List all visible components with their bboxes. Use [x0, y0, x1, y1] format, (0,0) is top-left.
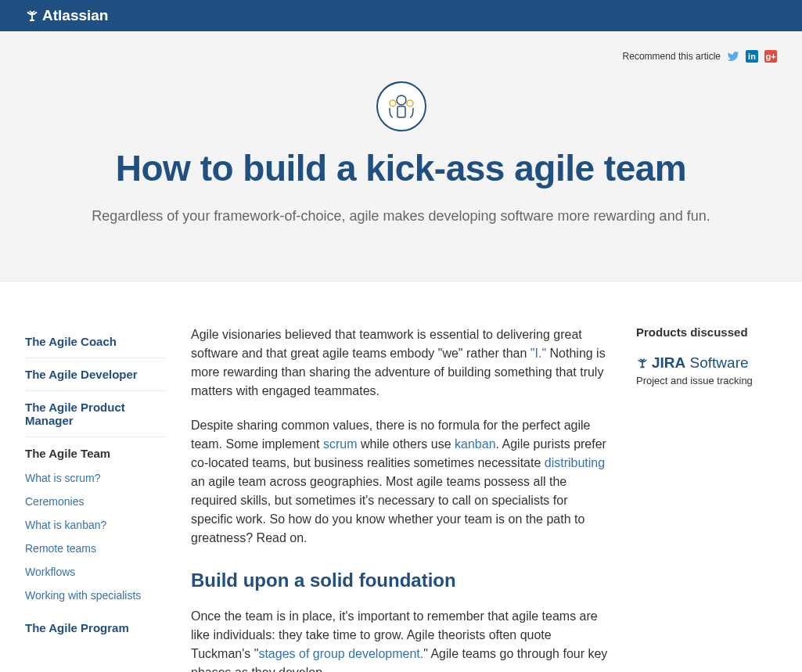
recommend-label: Recommend this article — [623, 51, 721, 62]
article-heading: Build upon a solid foundation — [191, 566, 611, 595]
sidebar-sublink-ceremonies[interactable]: Ceremonies — [25, 490, 166, 513]
sidebar-item-agile-team: The Agile Team — [25, 437, 166, 466]
googleplus-icon[interactable]: g+ — [764, 50, 777, 63]
hero-team-icon — [376, 81, 426, 131]
sidebar-item-agile-program[interactable]: The Agile Program — [25, 607, 166, 644]
right-sidebar: Products discussed JIRA Software Project… — [636, 325, 777, 672]
atlassian-logo[interactable]: Atlassian — [25, 7, 108, 24]
linkedin-icon[interactable]: in — [746, 50, 758, 63]
product-tagline: Project and issue tracking — [636, 375, 777, 386]
svg-point-0 — [397, 95, 406, 105]
sidebar-sublink-scrum[interactable]: What is scrum? — [25, 466, 166, 490]
svg-rect-1 — [397, 106, 405, 117]
link-distributing[interactable]: distributing — [545, 456, 605, 469]
main-content: The Agile Coach The Agile Developer The … — [0, 282, 802, 672]
sidebar-item-agile-coach[interactable]: The Agile Coach — [25, 325, 166, 358]
header-bar: Atlassian — [0, 0, 802, 31]
link-scrum[interactable]: scrum — [323, 437, 358, 451]
sidebar-item-agile-developer[interactable]: The Agile Developer — [25, 358, 166, 391]
svg-point-3 — [407, 100, 413, 106]
sidebar-sublink-workflows[interactable]: Workflows — [25, 560, 166, 584]
products-heading: Products discussed — [636, 325, 777, 339]
twitter-icon[interactable] — [727, 50, 739, 63]
sidebar-sublink-remote[interactable]: Remote teams — [25, 537, 166, 560]
sidebar-sublink-specialists[interactable]: Working with specialists — [25, 584, 166, 607]
jira-icon — [636, 357, 649, 369]
page-subtitle: Regardless of your framework-of-choice, … — [41, 208, 761, 225]
sidebar-nav: The Agile Coach The Agile Developer The … — [25, 325, 166, 672]
recommend-bar: Recommend this article in g+ — [25, 50, 777, 63]
link-kanban[interactable]: kanban — [455, 437, 496, 451]
hero-section: Recommend this article in g+ How to buil… — [0, 31, 802, 282]
article-body: Agile visionaries believed that teamwork… — [191, 325, 611, 672]
page-title: How to build a kick-ass agile team — [41, 147, 761, 189]
link-stages[interactable]: stages of group development. — [258, 647, 423, 660]
article-paragraph: Despite sharing common values, there is … — [191, 416, 611, 548]
jira-software-link[interactable]: JIRA Software — [636, 354, 777, 372]
sidebar-sublink-kanban[interactable]: What is kanban? — [25, 513, 166, 537]
article-paragraph: Agile visionaries believed that teamwork… — [191, 325, 611, 401]
sidebar-item-agile-pm[interactable]: The Agile Product Manager — [25, 391, 166, 437]
brand-name: Atlassian — [42, 7, 108, 24]
svg-point-2 — [390, 100, 396, 106]
atlassian-logo-icon — [25, 9, 39, 23]
article-paragraph: Once the team is in place, it's importan… — [191, 607, 611, 672]
link-i: "I." — [530, 347, 546, 360]
